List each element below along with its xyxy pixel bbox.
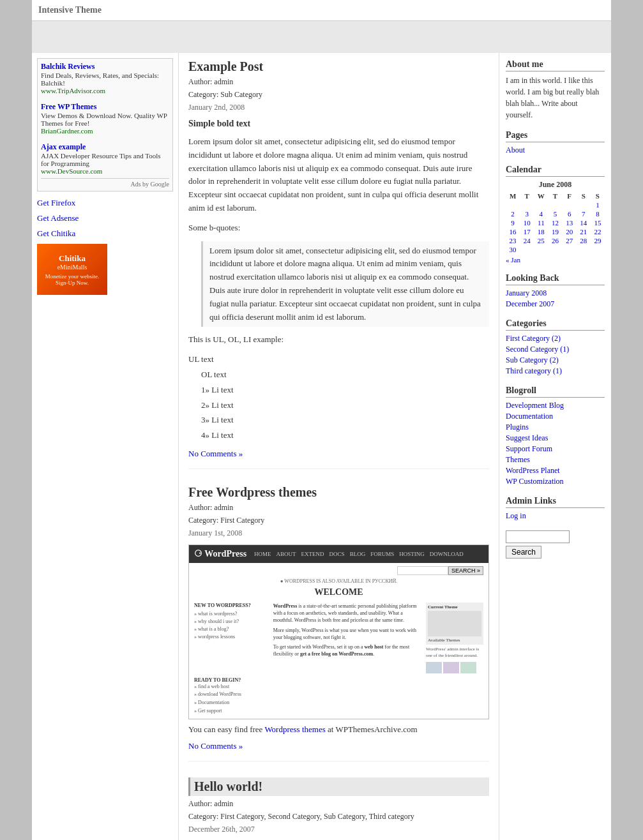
wp-search-input[interactable] xyxy=(397,566,448,575)
calendar-day-link[interactable]: 2 xyxy=(511,210,515,218)
calendar-cell[interactable]: 21 xyxy=(577,227,591,236)
post-2-category: Category: First Category xyxy=(188,516,489,525)
calendar-day-link[interactable]: 15 xyxy=(594,219,601,227)
get-chitika-link[interactable]: Get Chitika xyxy=(37,229,173,239)
calendar-cell[interactable]: 3 xyxy=(520,209,534,218)
calendar-day-link[interactable]: 12 xyxy=(552,219,559,227)
calendar-cell[interactable]: 13 xyxy=(563,218,577,227)
calendar-day-link[interactable]: 23 xyxy=(510,237,517,244)
calendar-cell[interactable]: 4 xyxy=(534,209,548,218)
post-2-you-can-find: You can easy find free Wordpress themes … xyxy=(188,724,489,735)
wordpress-themes-link[interactable]: Wordpress themes xyxy=(264,724,325,734)
calendar-day-link[interactable]: 8 xyxy=(596,210,600,218)
blogroll-link[interactable]: Support Forum xyxy=(506,444,552,453)
calendar-day-link[interactable]: 1 xyxy=(596,201,600,209)
calendar-day-link[interactable]: 10 xyxy=(524,219,531,227)
calendar-cell[interactable]: 15 xyxy=(591,218,605,227)
calendar-cell[interactable]: 17 xyxy=(520,227,534,236)
search-input[interactable] xyxy=(506,530,570,543)
post-1-no-comments[interactable]: No Comments » xyxy=(188,449,489,459)
calendar-day-link[interactable]: 13 xyxy=(566,219,573,227)
calendar-day-link[interactable]: 18 xyxy=(538,228,545,236)
calendar-cell[interactable]: 22 xyxy=(591,227,605,236)
calendar-day-link[interactable]: 16 xyxy=(510,228,517,236)
post-2-title-link[interactable]: Free Wordpress themes xyxy=(188,485,317,499)
calendar-day-link[interactable]: 29 xyxy=(594,237,601,244)
calendar-day-link[interactable]: 17 xyxy=(524,228,531,236)
calendar-cell[interactable]: 23 xyxy=(506,236,520,245)
calendar-cell[interactable]: 29 xyxy=(591,236,605,245)
calendar-cell[interactable]: 18 xyxy=(534,227,548,236)
calendar-cell[interactable]: 19 xyxy=(548,227,562,236)
calendar-cell[interactable]: 7 xyxy=(577,209,591,218)
jan-2008-link[interactable]: January 2008 xyxy=(506,289,547,297)
blogroll-link[interactable]: Documentation xyxy=(506,412,553,421)
ad-3: Ajax example AJAX Developer Resource Tip… xyxy=(41,142,169,175)
calendar-day-link[interactable]: 20 xyxy=(566,228,573,236)
calendar-cell[interactable]: 30 xyxy=(506,245,520,254)
blogroll-link[interactable]: Development Blog xyxy=(506,401,564,410)
calendar-day-link[interactable]: 28 xyxy=(580,237,587,244)
ad-3-title[interactable]: Ajax example xyxy=(41,142,169,152)
calendar-cell[interactable]: 1 xyxy=(591,200,605,209)
wp-search-button[interactable]: SEARCH » xyxy=(448,566,483,575)
blogroll-link[interactable]: WordPress Planet xyxy=(506,466,560,475)
blogroll-link[interactable]: Themes xyxy=(506,455,530,464)
calendar-day-link[interactable]: 7 xyxy=(582,210,586,218)
post-1-ul-ol: UL text OL text 1» Li text 2» Li text 3»… xyxy=(188,353,489,442)
calendar-day-link[interactable]: 22 xyxy=(594,228,601,236)
category-link[interactable]: Sub Category (2) xyxy=(506,356,559,364)
calendar-cell[interactable]: 9 xyxy=(506,218,520,227)
ad-1-title[interactable]: Balchik Reviews xyxy=(41,62,169,71)
calendar-cell[interactable]: 16 xyxy=(506,227,520,236)
calendar-cell[interactable]: 27 xyxy=(563,236,577,245)
about-page-link[interactable]: About xyxy=(506,146,525,154)
category-link[interactable]: Second Category (1) xyxy=(506,345,569,354)
calendar-day-link[interactable]: 21 xyxy=(580,228,587,236)
calendar-day-link[interactable]: 26 xyxy=(552,237,559,244)
calendar-cell[interactable]: 25 xyxy=(534,236,548,245)
calendar-cell[interactable]: 5 xyxy=(548,209,562,218)
dec-2007-link[interactable]: December 2007 xyxy=(506,299,554,308)
calendar-cell[interactable]: 24 xyxy=(520,236,534,245)
blogroll-link[interactable]: WP Customization xyxy=(506,477,564,486)
calendar-day-link[interactable]: 9 xyxy=(511,219,515,227)
calendar-cell xyxy=(577,200,591,209)
calendar-title: Calendar xyxy=(506,165,605,177)
category-link[interactable]: Third category (1) xyxy=(506,366,562,375)
calendar-day-link[interactable]: 6 xyxy=(568,210,571,218)
post-2-no-comments[interactable]: No Comments » xyxy=(188,741,489,751)
calendar-cell[interactable]: 14 xyxy=(577,218,591,227)
calendar-cell[interactable]: 2 xyxy=(506,209,520,218)
calendar-day-link[interactable]: 5 xyxy=(554,210,557,218)
calendar-day-link[interactable]: 25 xyxy=(538,237,545,244)
calendar-cell[interactable]: 20 xyxy=(563,227,577,236)
calendar-day-link[interactable]: 24 xyxy=(524,237,531,244)
get-adsense-link[interactable]: Get Adsense xyxy=(37,213,173,223)
calendar-day-link[interactable]: 3 xyxy=(525,210,529,218)
get-firefox-link[interactable]: Get Firefox xyxy=(37,198,173,208)
calendar-cell[interactable]: 28 xyxy=(577,236,591,245)
list-item: Log in xyxy=(506,511,605,521)
calendar-day-link[interactable]: 4 xyxy=(540,210,543,218)
calendar-day-link[interactable]: 30 xyxy=(510,246,517,253)
cal-prev-link[interactable]: « Jan xyxy=(506,256,520,264)
calendar-day-link[interactable]: 11 xyxy=(538,219,545,227)
calendar-day-link[interactable]: 27 xyxy=(566,237,573,244)
log-in-link[interactable]: Log in xyxy=(506,511,526,520)
search-button[interactable]: Search xyxy=(506,546,541,559)
blogroll-link[interactable]: Plugins xyxy=(506,423,529,431)
calendar-cell[interactable]: 26 xyxy=(548,236,562,245)
looking-back-section: Looking Back January 2008 December 2007 xyxy=(506,273,605,309)
calendar-day-link[interactable]: 19 xyxy=(552,228,559,236)
calendar-cell[interactable]: 8 xyxy=(591,209,605,218)
ad-2-title[interactable]: Free WP Themes xyxy=(41,102,169,112)
calendar-cell[interactable]: 6 xyxy=(563,209,577,218)
calendar-cell[interactable]: 11 xyxy=(534,218,548,227)
list-item: WP Customization xyxy=(506,477,605,486)
blogroll-link[interactable]: Suggest Ideas xyxy=(506,433,548,442)
calendar-cell[interactable]: 12 xyxy=(548,218,562,227)
category-link[interactable]: First Category (2) xyxy=(506,334,561,343)
calendar-day-link[interactable]: 14 xyxy=(580,219,587,227)
calendar-cell[interactable]: 10 xyxy=(520,218,534,227)
